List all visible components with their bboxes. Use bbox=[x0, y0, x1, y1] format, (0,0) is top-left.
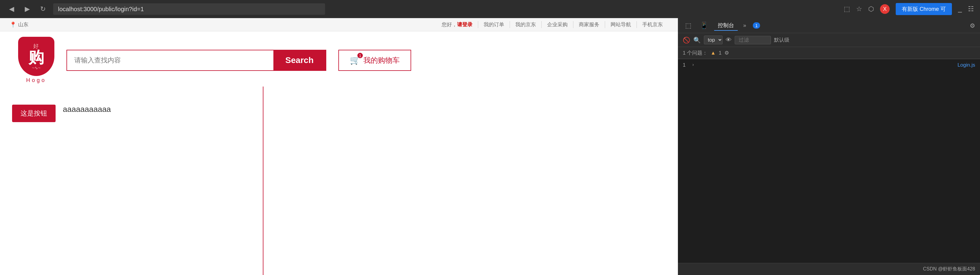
mobile-link[interactable]: 手机京东 bbox=[637, 21, 668, 28]
console-badge: 1 bbox=[753, 22, 760, 28]
warning-icon: ▲ bbox=[711, 50, 716, 56]
cart-badge: 1 bbox=[357, 53, 363, 58]
top-nav-links: 您好，请登录 我的订单 我的京东 企业采购 商家服务 网站导航 手机京东 bbox=[436, 21, 668, 28]
merchant-link[interactable]: 商家服务 bbox=[573, 21, 605, 28]
top-select[interactable]: top bbox=[704, 36, 722, 44]
reload-button[interactable]: ↻ bbox=[37, 4, 48, 14]
browser-actions: ⬚ ☆ ⬡ X 有新版 Chrome 可 ⎯ ☷ bbox=[844, 3, 974, 15]
logo-main-char: 购 bbox=[29, 50, 44, 65]
console-arrow[interactable]: › bbox=[692, 62, 694, 67]
browser-chrome: ◀ ▶ ↻ ⬚ ☆ ⬡ X 有新版 Chrome 可 ⎯ ☷ bbox=[0, 0, 980, 18]
myjd-link[interactable]: 我的京东 bbox=[510, 21, 542, 28]
devtools-toolbar2: 🚫 🔍 top 👁 默认级 bbox=[678, 33, 980, 47]
logo-sub-deco: ~∿~ bbox=[32, 65, 40, 70]
devtools-console: 1 › Login.js bbox=[678, 59, 980, 263]
search-icon[interactable]: 🔍 bbox=[693, 36, 701, 44]
header: 好 购 ~∿~ Hogo Search 🛒 1 我的购物车 bbox=[0, 32, 678, 87]
search-input[interactable] bbox=[67, 51, 274, 70]
devtools-panel: ⬚ 📱 控制台 » 1 ⚙ 🚫 🔍 top 👁 默认级 1 个问题： ▲ 1 ⚙ bbox=[678, 18, 980, 275]
forward-button[interactable]: ▶ bbox=[22, 4, 33, 14]
issue-settings-icon[interactable]: ⚙ bbox=[724, 50, 729, 56]
devtools-device-icon[interactable]: 📱 bbox=[698, 21, 711, 31]
logo-area: 好 购 ~∿~ Hogo bbox=[18, 37, 54, 84]
filter-input[interactable] bbox=[735, 36, 771, 44]
enterprise-link[interactable]: 企业采购 bbox=[542, 21, 573, 28]
console-line-num: 1 bbox=[683, 62, 689, 68]
default-levels-label: 默认级 bbox=[774, 36, 789, 43]
greeting-text: 您好， bbox=[442, 22, 457, 27]
tab-console[interactable]: 控制台 bbox=[714, 21, 738, 31]
top-nav: 📍 山东 您好，请登录 我的订单 我的京东 企业采购 商家服务 网站导航 手机京… bbox=[0, 18, 678, 32]
location-text: 山东 bbox=[18, 21, 29, 28]
chrome-update-button[interactable]: 有新版 Chrome 可 bbox=[896, 3, 952, 15]
logo-badge: 好 购 ~∿~ bbox=[18, 37, 54, 76]
cart-label: 我的购物车 bbox=[363, 55, 400, 65]
pin-icon: 📍 bbox=[10, 21, 16, 28]
profile-icon[interactable]: X bbox=[880, 4, 890, 14]
devtools-toolbar3: 1 个问题： ▲ 1 ⚙ bbox=[678, 47, 980, 59]
location-indicator: 📍 山东 bbox=[10, 21, 29, 28]
vertical-divider bbox=[263, 87, 263, 275]
content-area: 这是按钮 aaaaaaaaaaa bbox=[0, 87, 678, 275]
cast-icon[interactable]: ⬚ bbox=[844, 5, 850, 13]
devtools-bottom-text: CSDN @虾虾鱼板面428 bbox=[923, 266, 975, 272]
tab-expand[interactable]: » bbox=[741, 21, 748, 30]
cart-icon-wrap: 🛒 1 bbox=[350, 55, 360, 65]
orders-link[interactable]: 我的订单 bbox=[478, 21, 510, 28]
extension-icon[interactable]: ⬡ bbox=[868, 5, 874, 13]
devtools-settings-icon[interactable]: ⚙ bbox=[970, 22, 975, 29]
bookmark-icon[interactable]: ☆ bbox=[856, 5, 862, 13]
console-line: 1 › Login.js bbox=[678, 62, 980, 69]
webpage: 📍 山东 您好，请登录 我的订单 我的京东 企业采购 商家服务 网站导航 手机京… bbox=[0, 18, 678, 275]
button-text: aaaaaaaaaaa bbox=[63, 104, 111, 114]
devtools-bottom: CSDN @虾虾鱼板面428 bbox=[678, 263, 980, 275]
eye-icon[interactable]: 👁 bbox=[725, 36, 732, 43]
search-button[interactable]: Search bbox=[274, 51, 326, 70]
main-area: 📍 山东 您好，请登录 我的订单 我的京东 企业采购 商家服务 网站导航 手机京… bbox=[0, 18, 980, 275]
red-button[interactable]: 这是按钮 bbox=[12, 104, 56, 122]
devtools-toolbar: ⬚ 📱 控制台 » 1 ⚙ bbox=[678, 18, 980, 33]
issues-label: 1 个问题： bbox=[683, 49, 708, 56]
prohibit-icon[interactable]: 🚫 bbox=[683, 36, 690, 44]
login-link[interactable]: 您好，请登录 bbox=[436, 21, 478, 28]
all-tabs-icon[interactable]: ☷ bbox=[968, 5, 974, 13]
sitenav-link[interactable]: 网站导航 bbox=[605, 21, 637, 28]
minimize-icon[interactable]: ⎯ bbox=[958, 5, 962, 13]
left-content: 这是按钮 aaaaaaaaaaa bbox=[0, 87, 123, 275]
back-button[interactable]: ◀ bbox=[6, 4, 17, 14]
login-text[interactable]: 请登录 bbox=[457, 22, 473, 27]
logo-brand: Hogo bbox=[26, 77, 46, 84]
search-area: Search bbox=[67, 50, 326, 71]
console-file-link[interactable]: Login.js bbox=[957, 62, 975, 68]
devtools-inspect-icon[interactable]: ⬚ bbox=[683, 21, 694, 31]
issues-count[interactable]: 1 bbox=[719, 50, 721, 56]
url-bar[interactable] bbox=[53, 3, 325, 15]
cart-button[interactable]: 🛒 1 我的购物车 bbox=[338, 50, 411, 71]
